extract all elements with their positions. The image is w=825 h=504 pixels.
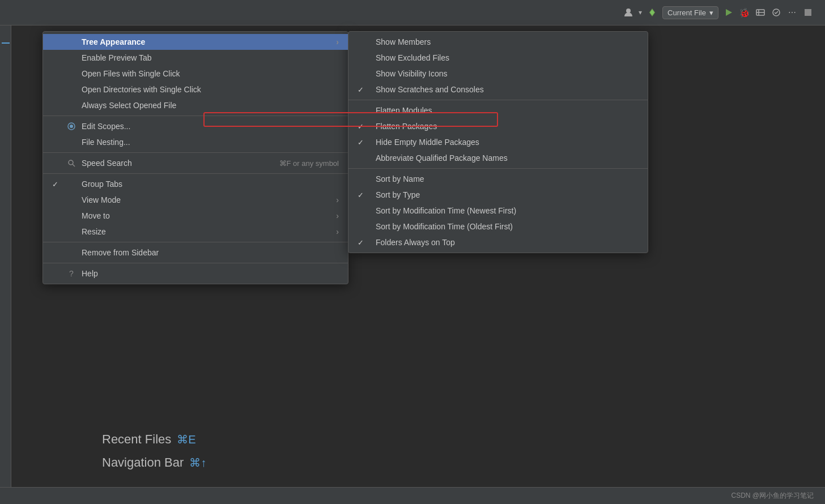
menu-item-label-remove-sidebar: Remove from Sidebar bbox=[82, 248, 339, 257]
menu-separator bbox=[348, 168, 648, 169]
menu-item-open-dirs-single[interactable]: Open Directories with Single Click bbox=[43, 82, 348, 97]
menu-item-label-open-dirs-single: Open Directories with Single Click bbox=[82, 85, 339, 94]
secondary-menu-item-label-sort-by-mod-newest: Sort by Modification Time (Newest First) bbox=[376, 206, 639, 215]
secondary-menu-item-show-excluded[interactable]: Show Excluded Files bbox=[348, 50, 648, 66]
menu-item-always-select[interactable]: Always Select Opened File bbox=[43, 97, 348, 113]
radio-icon bbox=[66, 122, 77, 130]
bottom-nav-item[interactable]: Recent Files⌘E bbox=[102, 432, 206, 447]
secondary-menu-item-sort-by-mod-oldest[interactable]: Sort by Modification Time (Oldest First) bbox=[348, 219, 648, 234]
menu-separator bbox=[43, 173, 348, 174]
shortcut-speed-search: ⌘F or any symbol bbox=[279, 159, 339, 168]
secondary-menu-item-show-scratches[interactable]: ✓Show Scratches and Consoles bbox=[348, 82, 648, 97]
check-flatten-packages: ✓ bbox=[358, 122, 367, 131]
menu-separator bbox=[43, 263, 348, 263]
svg-point-0 bbox=[626, 8, 631, 13]
menu-item-open-files-single[interactable]: Open Files with Single Click bbox=[43, 66, 348, 82]
menu-separator bbox=[43, 152, 348, 153]
bottom-item-shortcut: ⌘↑ bbox=[189, 456, 206, 469]
menu-item-edit-scopes[interactable]: Edit Scopes... bbox=[43, 118, 348, 134]
menu-separator bbox=[348, 100, 648, 100]
secondary-menu-item-label-folders-always-top: Folders Always on Top bbox=[376, 238, 639, 247]
run-config-label: Current File bbox=[667, 8, 706, 17]
secondary-menu-item-label-sort-by-type: Sort by Type bbox=[376, 190, 639, 199]
secondary-menu-item-hide-empty-middle[interactable]: ✓Hide Empty Middle Packages bbox=[348, 134, 648, 150]
bottom-nav-item[interactable]: Navigation Bar⌘↑ bbox=[102, 455, 206, 470]
menu-item-resize[interactable]: Resize› bbox=[43, 224, 348, 240]
menu-item-remove-sidebar[interactable]: Remove from Sidebar bbox=[43, 245, 348, 260]
secondary-menu-item-sort-by-name[interactable]: Sort by Name bbox=[348, 171, 648, 187]
menu-item-enable-preview-tab[interactable]: Enable Preview Tab bbox=[43, 50, 348, 66]
left-sidebar bbox=[0, 25, 11, 487]
toolbar-stop-icon[interactable] bbox=[802, 7, 814, 18]
menu-item-view-mode[interactable]: View Mode› bbox=[43, 192, 348, 208]
secondary-menu-item-label-sort-by-name: Sort by Name bbox=[376, 174, 639, 183]
context-menu-wrapper: Tree Appearance›Enable Preview TabOpen F… bbox=[42, 31, 648, 284]
toolbar-more-icon[interactable]: ⋯ bbox=[786, 7, 798, 18]
check-hide-empty-middle: ✓ bbox=[358, 138, 367, 147]
secondary-menu: Show MembersShow Excluded FilesShow Visi… bbox=[348, 31, 648, 253]
profile-icon[interactable] bbox=[755, 7, 766, 18]
secondary-menu-item-folders-always-top[interactable]: ✓Folders Always on Top bbox=[348, 234, 648, 250]
menu-item-label-always-select: Always Select Opened File bbox=[82, 101, 339, 110]
secondary-menu-item-label-abbreviate-qualified: Abbreviate Qualified Package Names bbox=[376, 153, 639, 163]
menu-item-move-to[interactable]: Move to› bbox=[43, 208, 348, 224]
submenu-arrow-move-to: › bbox=[336, 211, 339, 220]
coverage-icon[interactable] bbox=[771, 7, 782, 18]
menu-item-label-move-to: Move to bbox=[82, 211, 331, 220]
secondary-menu-item-flatten-modules[interactable]: Flatten Modules bbox=[348, 102, 648, 118]
run-config-button[interactable]: Current File ▾ bbox=[662, 6, 718, 19]
menu-item-label-tree-appearance: Tree Appearance bbox=[82, 37, 331, 46]
secondary-menu-item-label-flatten-packages: Flatten Packages bbox=[376, 122, 639, 131]
menu-item-speed-search[interactable]: Speed Search⌘F or any symbol bbox=[43, 155, 348, 171]
toolbar: ▾ Current File ▾ 🐞 ⋯ bbox=[0, 0, 825, 25]
secondary-menu-item-label-show-members: Show Members bbox=[376, 37, 639, 46]
bottom-nav-items: Recent Files⌘ENavigation Bar⌘↑ bbox=[102, 432, 206, 470]
svg-point-9 bbox=[69, 160, 73, 165]
search-icon bbox=[66, 159, 77, 167]
green-tool-icon[interactable] bbox=[647, 7, 658, 18]
submenu-arrow-resize: › bbox=[336, 227, 339, 236]
user-icon[interactable] bbox=[623, 7, 634, 18]
debug-icon[interactable]: 🐞 bbox=[739, 7, 750, 18]
secondary-menu-item-sort-by-mod-newest[interactable]: Sort by Modification Time (Newest First) bbox=[348, 203, 648, 219]
menu-item-help[interactable]: ?Help bbox=[43, 266, 348, 281]
svg-point-8 bbox=[70, 125, 73, 128]
menu-item-label-group-tabs: Group Tabs bbox=[82, 180, 339, 189]
secondary-menu-item-label-sort-by-mod-oldest: Sort by Modification Time (Oldest First) bbox=[376, 222, 639, 231]
help-icon: ? bbox=[66, 269, 77, 278]
check-show-scratches: ✓ bbox=[358, 86, 367, 94]
menu-item-label-file-nesting: File Nesting... bbox=[82, 138, 339, 147]
run-button[interactable] bbox=[723, 7, 734, 18]
secondary-menu-item-flatten-packages[interactable]: ✓Flatten Packages bbox=[348, 118, 648, 134]
bottom-bar: CSDN @网小鱼的学习笔记 bbox=[0, 487, 825, 504]
menu-item-group-tabs[interactable]: ✓Group Tabs bbox=[43, 176, 348, 192]
menu-separator bbox=[43, 116, 348, 116]
svg-marker-1 bbox=[726, 9, 732, 16]
bottom-item-label: Navigation Bar bbox=[102, 455, 184, 470]
secondary-menu-item-sort-by-type[interactable]: ✓Sort by Type bbox=[348, 187, 648, 203]
secondary-menu-item-label-hide-empty-middle: Hide Empty Middle Packages bbox=[376, 138, 639, 147]
submenu-arrow-view-mode: › bbox=[336, 195, 339, 204]
secondary-menu-item-show-visibility[interactable]: Show Visibility Icons bbox=[348, 66, 648, 82]
menu-item-label-help: Help bbox=[82, 269, 339, 278]
menu-separator bbox=[43, 242, 348, 242]
secondary-menu-item-label-show-scratches: Show Scratches and Consoles bbox=[376, 85, 639, 94]
bottom-item-shortcut: ⌘E bbox=[177, 433, 195, 446]
menu-item-label-edit-scopes: Edit Scopes... bbox=[82, 122, 339, 131]
secondary-menu-item-label-show-excluded: Show Excluded Files bbox=[376, 53, 639, 62]
menu-item-label-view-mode: View Mode bbox=[82, 195, 331, 204]
bottom-bar-text: CSDN @网小鱼的学习笔记 bbox=[731, 491, 814, 501]
secondary-menu-item-show-members[interactable]: Show Members bbox=[348, 34, 648, 50]
menu-item-file-nesting[interactable]: File Nesting... bbox=[43, 134, 348, 150]
menu-item-tree-appearance[interactable]: Tree Appearance› bbox=[43, 34, 348, 50]
secondary-menu-item-abbreviate-qualified[interactable]: Abbreviate Qualified Package Names bbox=[348, 150, 648, 166]
run-config-chevron: ▾ bbox=[709, 8, 713, 17]
menu-item-label-speed-search: Speed Search bbox=[82, 159, 275, 168]
sidebar-indicator bbox=[2, 42, 10, 44]
toolbar-chevron: ▾ bbox=[639, 8, 642, 16]
check-folders-always-top: ✓ bbox=[358, 238, 367, 247]
secondary-menu-item-label-flatten-modules: Flatten Modules bbox=[376, 106, 639, 115]
secondary-menu-item-label-show-visibility: Show Visibility Icons bbox=[376, 69, 639, 78]
check-group-tabs: ✓ bbox=[52, 180, 61, 189]
primary-menu: Tree Appearance›Enable Preview TabOpen F… bbox=[42, 31, 348, 284]
